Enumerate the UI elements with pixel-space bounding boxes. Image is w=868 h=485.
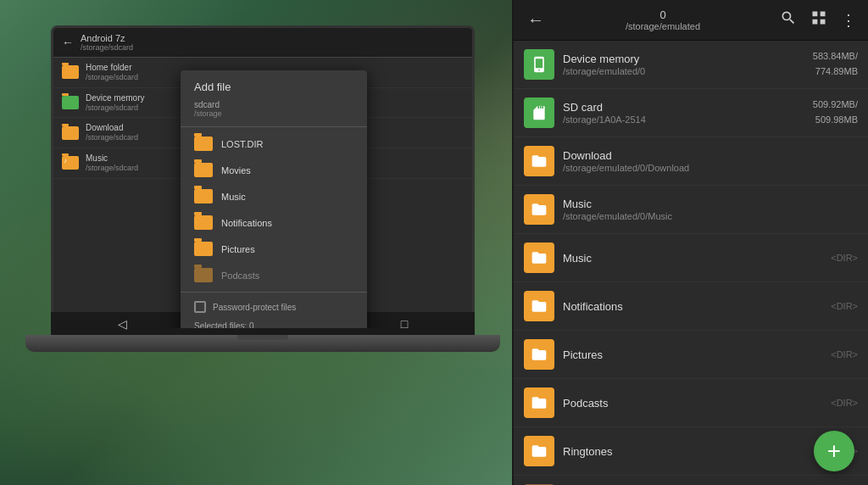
folder-icon [524, 291, 554, 321]
laptop-base [25, 335, 500, 352]
music-folder-icon: ♪ [62, 156, 79, 170]
laptop-fm-title: Android 7z /storage/sdcard [81, 33, 464, 52]
dialog-item-pictures[interactable]: Pictures [181, 236, 367, 262]
dialog-subtitle: sdcard /storage [181, 98, 367, 123]
list-item-notifications[interactable]: Notifications <DIR> [514, 282, 868, 331]
current-path: /storage/emulated [626, 21, 700, 31]
list-item-download[interactable]: Download /storage/emulated/0/Download [514, 137, 868, 186]
add-file-dialog: Add file sdcard /storage LOST.DIR Movies… [181, 70, 367, 331]
folder-icon [194, 163, 213, 177]
recents-nav-icon[interactable]: □ [401, 317, 408, 331]
ringtones-folder-icon: ✱ [524, 436, 554, 466]
dialog-divider [181, 292, 367, 293]
folder-icon [194, 268, 213, 282]
folder-icon [524, 339, 554, 370]
list-item-device-memory[interactable]: Device memory /storage/emulated/0 583.84… [514, 41, 868, 89]
add-fab-button[interactable]: + [814, 431, 854, 471]
dialog-item-movies[interactable]: Movies [181, 157, 367, 183]
checkbox-label: Password-protect files [213, 303, 296, 312]
sd-card-icon [524, 98, 554, 128]
more-options-icon[interactable]: ⋮ [836, 6, 861, 35]
folder-icon [194, 137, 213, 151]
rp-header-center: 0 /storage/emulated [554, 8, 771, 31]
dialog-item-notifications[interactable]: Notifications [181, 209, 367, 236]
laptop: ← Android 7z /storage/sdcard Home folder… [0, 0, 534, 485]
folder-icon [194, 189, 213, 203]
back-button[interactable]: ← [520, 3, 551, 36]
grid-icon[interactable] [805, 4, 832, 36]
dialog-title: Add file [181, 70, 367, 98]
dialog-item-music[interactable]: Music [181, 183, 367, 209]
laptop-screen: ← Android 7z /storage/sdcard Home folder… [51, 25, 475, 331]
rp-header-icons: ⋮ [775, 4, 861, 36]
folder-icon [524, 242, 554, 273]
folder-icon [194, 215, 213, 230]
folder-icon [62, 65, 79, 79]
rp-header: ← 0 /storage/emulated ⋮ [514, 0, 868, 41]
rp-content: Device memory /storage/emulated/0 583.84… [514, 41, 868, 485]
dialog-divider [181, 126, 367, 127]
list-item-pictures[interactable]: Pictures <DIR> [514, 331, 868, 379]
dialog-item-podcasts[interactable]: Podcasts [181, 262, 367, 288]
back-nav-icon[interactable]: ◁ [118, 317, 127, 331]
download-folder-icon [524, 146, 554, 176]
folder-icon [524, 387, 554, 418]
password-protect-checkbox[interactable] [194, 301, 206, 313]
list-item-0-7z[interactable]: ▦ 7z 0.7z 275.0B [514, 476, 868, 485]
selection-count: 0 [659, 8, 665, 21]
music-folder-icon: ♪ [524, 194, 554, 225]
right-panel: ← 0 /storage/emulated ⋮ [512, 0, 868, 485]
list-item-music-dir[interactable]: Music <DIR> [514, 234, 868, 282]
folder-icon [62, 126, 79, 140]
device-icon [62, 96, 79, 109]
laptop-back-icon: ← [62, 36, 74, 49]
dialog-item-lostdir[interactable]: LOST.DIR [181, 131, 367, 157]
laptop-fm-header: ← Android 7z /storage/sdcard [53, 28, 472, 58]
dialog-checkbox-row[interactable]: Password-protect files [181, 296, 367, 318]
device-memory-icon [524, 49, 554, 80]
list-item-sd-card[interactable]: SD card /storage/1A0A-2514 509.92MB/ 509… [514, 89, 868, 137]
list-item-podcasts[interactable]: Podcasts <DIR> [514, 379, 868, 427]
list-item-music-full[interactable]: ♪ Music /storage/emulated/0/Music [514, 186, 868, 234]
folder-icon [194, 242, 213, 256]
add-icon: + [827, 439, 841, 463]
search-icon[interactable] [775, 4, 802, 36]
